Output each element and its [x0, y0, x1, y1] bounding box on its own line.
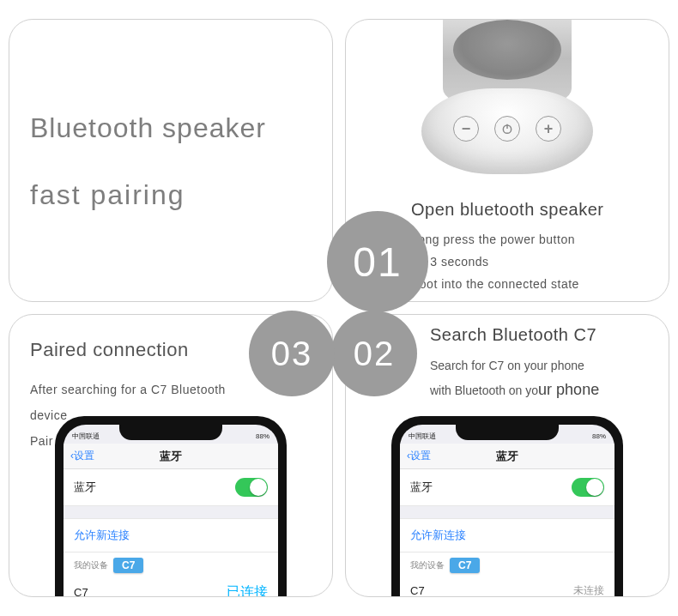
phone-mock-left: 中国联通 88% ‹设置 蓝牙 蓝牙 允许新连接 我的设备 C7 — [55, 416, 287, 597]
step02-text: Search Bluetooth C7 Search for C7 on you… — [430, 325, 660, 402]
phone-notch — [119, 425, 222, 440]
c7-badge: C7 — [113, 558, 143, 573]
plus-button-icon: + — [536, 116, 561, 142]
bluetooth-label: 蓝牙 — [74, 480, 96, 495]
step01-line3: Boot into the connected state — [411, 273, 660, 295]
step01-line1: Long press the power button — [411, 228, 660, 251]
step02-title: Search Bluetooth C7 — [430, 325, 660, 345]
device-row-c7[interactable]: C7 未连接 — [400, 575, 614, 597]
allow-row[interactable]: 允许新连接 — [400, 518, 614, 553]
speaker-button-row: − + — [453, 116, 561, 142]
allow-label: 允许新连接 — [410, 528, 466, 543]
not-connected-status: 未连接 — [573, 583, 604, 597]
step01-text: Open bluetooth speaker Long press the po… — [411, 200, 660, 295]
power-button-icon — [494, 116, 520, 142]
battery-label: 88% — [592, 432, 606, 440]
step-badge-03: 03 — [249, 311, 335, 396]
carrier-label: 中国联通 — [409, 432, 436, 441]
device-row-c7[interactable]: C7 已连接 — [64, 575, 278, 597]
nav-title: 蓝牙 — [496, 449, 518, 464]
step02-line2: with Bluetooth on your phone — [430, 377, 660, 402]
toggle-on-icon[interactable] — [572, 478, 604, 497]
phone-notch — [456, 425, 559, 440]
my-devices-row: 我的设备 C7 — [400, 553, 614, 575]
bluetooth-toggle-row[interactable]: 蓝牙 — [64, 469, 278, 506]
step-badge-02: 02 — [331, 311, 417, 396]
title-card: Bluetooth speaker fast pairing — [9, 19, 333, 302]
back-link[interactable]: ‹设置 — [70, 449, 94, 463]
bluetooth-label: 蓝牙 — [410, 480, 433, 495]
phone-screen: 中国联通 88% ‹设置 蓝牙 蓝牙 允许新连接 我的设备 C7 — [64, 425, 278, 597]
speaker-image: − + — [396, 19, 619, 183]
toggle-on-icon[interactable] — [235, 478, 268, 497]
step-badge-01: 01 — [327, 211, 428, 312]
connected-status: 已连接 — [227, 583, 268, 597]
step02-line1: Search for C7 on your phone — [430, 353, 660, 377]
nav-bar: ‹设置 蓝牙 — [400, 444, 614, 469]
my-devices-label: 我的设备 — [410, 559, 445, 571]
my-devices-label: 我的设备 — [74, 559, 108, 571]
speaker-body: − + — [421, 88, 593, 174]
c7-badge: C7 — [450, 558, 480, 573]
allow-label: 允许新连接 — [74, 528, 130, 543]
phone-mock-right: 中国联通 88% ‹设置 蓝牙 蓝牙 允许新连接 我的设备 C7 — [391, 416, 623, 597]
device-name: C7 — [74, 586, 88, 597]
headline-line1: Bluetooth speaker — [30, 112, 266, 144]
minus-button-icon: − — [453, 116, 479, 142]
device-name: C7 — [410, 584, 425, 597]
headline-line2: fast pairing — [30, 179, 185, 211]
my-devices-row: 我的设备 C7 — [64, 553, 278, 575]
step01-title: Open bluetooth speaker — [411, 200, 660, 220]
back-link[interactable]: ‹设置 — [407, 449, 431, 463]
step01-line2: for 3 seconds — [411, 251, 660, 273]
nav-bar: ‹设置 蓝牙 — [64, 444, 278, 469]
carrier-label: 中国联通 — [72, 432, 100, 441]
nav-title: 蓝牙 — [160, 449, 182, 464]
step03-title: Paired connection — [30, 339, 255, 361]
allow-row[interactable]: 允许新连接 — [64, 518, 278, 553]
phone-screen: 中国联通 88% ‹设置 蓝牙 蓝牙 允许新连接 我的设备 C7 — [400, 425, 614, 597]
bluetooth-toggle-row[interactable]: 蓝牙 — [400, 469, 614, 506]
battery-label: 88% — [256, 432, 269, 440]
